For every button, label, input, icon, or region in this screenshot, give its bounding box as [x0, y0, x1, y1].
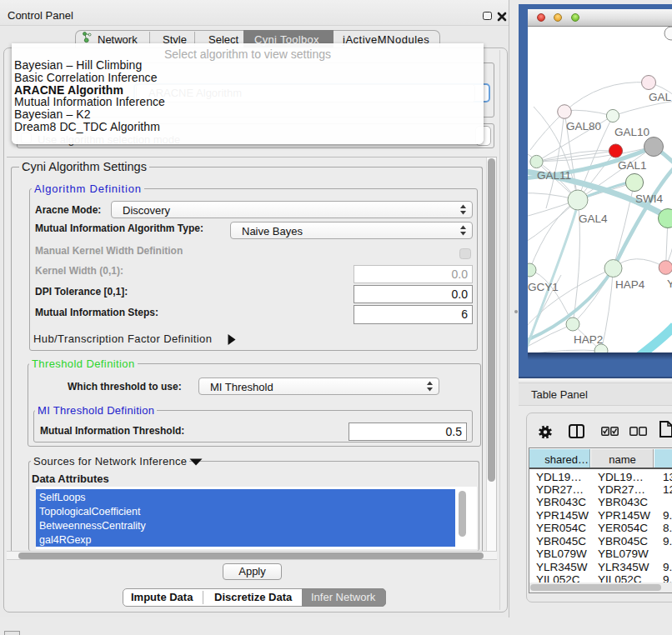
- svg-text:GCY1: GCY1: [528, 281, 559, 293]
- svg-text:GAL1: GAL1: [618, 159, 647, 172]
- svg-text:SWI4: SWI4: [635, 192, 663, 205]
- svg-text:GAL: GAL: [649, 91, 672, 103]
- svg-text:GAL80: GAL80: [566, 120, 601, 132]
- svg-text:HAP4: HAP4: [615, 278, 645, 291]
- svg-text:GAL11: GAL11: [537, 169, 571, 182]
- svg-text:Y: Y: [667, 278, 672, 290]
- svg-text:GAL10: GAL10: [614, 126, 649, 138]
- svg-text:HAP2: HAP2: [574, 333, 603, 346]
- svg-text:GAL4: GAL4: [579, 212, 608, 225]
